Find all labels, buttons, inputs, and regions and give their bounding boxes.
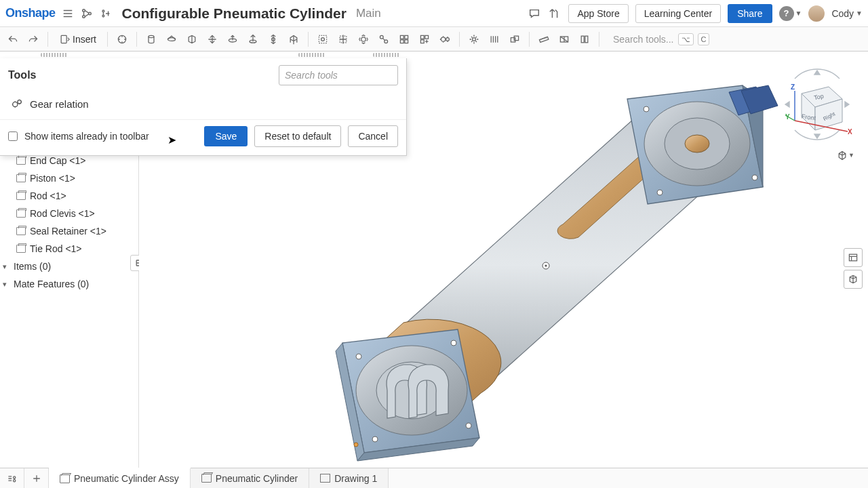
- part-rod[interactable]: Rod <1>: [0, 187, 138, 205]
- avatar[interactable]: [808, 5, 825, 22]
- svg-rect-5: [61, 35, 66, 43]
- svg-rect-32: [581, 36, 584, 43]
- part-rodclevis[interactable]: Rod Clevis <1>: [0, 205, 138, 222]
- app-header: Onshape Configurable Pneumatic Cylinder …: [0, 0, 868, 27]
- measure-icon[interactable]: [535, 30, 553, 48]
- tools-customize-panel: Tools Gear relation Show items already i…: [0, 58, 407, 156]
- svg-rect-59: [849, 254, 856, 261]
- learning-center-button[interactable]: Learning Center: [635, 4, 721, 23]
- insert-button[interactable]: Insert: [54, 32, 102, 47]
- tree-items-group[interactable]: ▾Items (0): [0, 258, 138, 275]
- svg-rect-19: [405, 35, 408, 39]
- tab-assembly[interactable]: Pneumatic Cylinder Assy: [49, 468, 191, 488]
- svg-point-13: [321, 37, 325, 41]
- svg-point-62: [13, 476, 15, 478]
- slider-mate-icon[interactable]: [203, 30, 221, 48]
- drawing-icon: [320, 474, 330, 483]
- reset-button[interactable]: Reset to default: [254, 125, 341, 147]
- display-panel-icon[interactable]: [844, 248, 863, 267]
- svg-point-2: [88, 12, 91, 15]
- gear-relation-icon[interactable]: [436, 30, 454, 48]
- svg-rect-18: [400, 35, 403, 39]
- toolbar-search[interactable]: Search tools... ⌥ C: [613, 33, 709, 45]
- ball-mate-icon[interactable]: [285, 30, 302, 48]
- section-view-icon[interactable]: [555, 30, 573, 48]
- chevron-down-icon: ▾: [3, 262, 11, 271]
- svg-rect-24: [420, 39, 424, 43]
- tools-search-input[interactable]: [279, 65, 398, 85]
- circular-pattern-icon[interactable]: [113, 30, 131, 48]
- replicate-icon[interactable]: [395, 30, 413, 48]
- part-sealretainer[interactable]: Seal Retainer <1>: [0, 222, 138, 240]
- menu-icon[interactable]: [61, 7, 75, 20]
- svg-point-40: [752, 175, 757, 180]
- exploded-view-icon[interactable]: [576, 30, 593, 48]
- cylinder-icon[interactable]: [142, 30, 160, 48]
- logo[interactable]: Onshape: [5, 6, 56, 20]
- pattern-icon[interactable]: [416, 30, 433, 48]
- fastened-mate-icon[interactable]: [163, 30, 180, 48]
- svg-point-15: [361, 37, 366, 41]
- svg-point-43: [356, 354, 361, 359]
- cylindrical-mate-icon[interactable]: [244, 30, 262, 48]
- svg-text:X: X: [848, 128, 852, 136]
- tangent-mate-icon[interactable]: [355, 30, 372, 48]
- save-button[interactable]: Save: [204, 126, 248, 146]
- gear-icon: [11, 98, 23, 110]
- partstudio-icon: [201, 474, 212, 483]
- svg-point-46: [372, 436, 378, 442]
- branch-name[interactable]: Main: [356, 7, 381, 20]
- tab-drawing[interactable]: Drawing 1: [309, 468, 389, 488]
- svg-point-27: [473, 37, 476, 41]
- group-icon[interactable]: [314, 30, 332, 48]
- planar-mate-icon[interactable]: [224, 30, 241, 48]
- svg-text:Z: Z: [791, 83, 795, 91]
- configure-icon[interactable]: [465, 30, 483, 48]
- revolute-mate-icon[interactable]: [183, 30, 201, 48]
- history-icon[interactable]: [99, 7, 113, 20]
- iso-view-icon[interactable]: ▼: [837, 146, 854, 164]
- redo-icon[interactable]: [24, 30, 42, 48]
- part-piston[interactable]: Piston <1>: [0, 169, 138, 187]
- tools-panel-title: Tools: [8, 69, 36, 81]
- user-menu[interactable]: Cody▼: [831, 8, 863, 19]
- mate-panel-icon[interactable]: [844, 270, 863, 289]
- comments-icon[interactable]: [528, 7, 541, 20]
- mate-connector-icon[interactable]: [334, 30, 352, 48]
- svg-rect-20: [400, 39, 403, 43]
- part-tierod[interactable]: Tie Rod <1>: [0, 240, 138, 258]
- tab-partstudio[interactable]: Pneumatic Cylinder: [191, 468, 309, 488]
- svg-point-63: [13, 479, 15, 481]
- svg-point-49: [545, 264, 547, 266]
- add-tab-icon[interactable]: [24, 468, 49, 488]
- part-icon: [16, 209, 26, 218]
- part-icon: [16, 192, 26, 200]
- appstore-button[interactable]: App Store: [568, 4, 628, 23]
- tool-gear-relation[interactable]: Gear relation: [0, 91, 406, 119]
- share-button[interactable]: Share: [728, 4, 772, 23]
- document-title[interactable]: Configurable Pneumatic Cylinder: [122, 5, 347, 22]
- tab-manager-icon[interactable]: [0, 468, 24, 488]
- svg-point-47: [354, 443, 358, 447]
- toolbar-divider: [0, 52, 868, 58]
- cancel-button[interactable]: Cancel: [348, 125, 398, 147]
- part-icon: [16, 227, 26, 235]
- svg-point-45: [466, 423, 471, 428]
- relation-icon[interactable]: [375, 30, 393, 48]
- svg-point-1: [82, 15, 85, 18]
- show-in-toolbar-checkbox[interactable]: [8, 131, 18, 141]
- linear-pattern-icon[interactable]: [486, 30, 503, 48]
- help-icon[interactable]: ?▼: [779, 6, 802, 21]
- pull-request-icon[interactable]: [548, 7, 561, 20]
- snap-icon[interactable]: [506, 30, 524, 48]
- svg-point-60: [13, 102, 18, 106]
- undo-icon[interactable]: [4, 30, 22, 48]
- pin-slot-mate-icon[interactable]: [264, 30, 282, 48]
- svg-point-0: [82, 9, 85, 12]
- tab-bar: Pneumatic Cylinder Assy Pneumatic Cylind…: [0, 468, 868, 488]
- svg-point-36: [685, 135, 709, 152]
- svg-rect-23: [425, 35, 429, 39]
- version-graph-icon[interactable]: [80, 7, 94, 20]
- tree-mates-group[interactable]: ▾Mate Features (0): [0, 275, 138, 293]
- view-cube[interactable]: Top Front Right Z X Y: [780, 66, 854, 141]
